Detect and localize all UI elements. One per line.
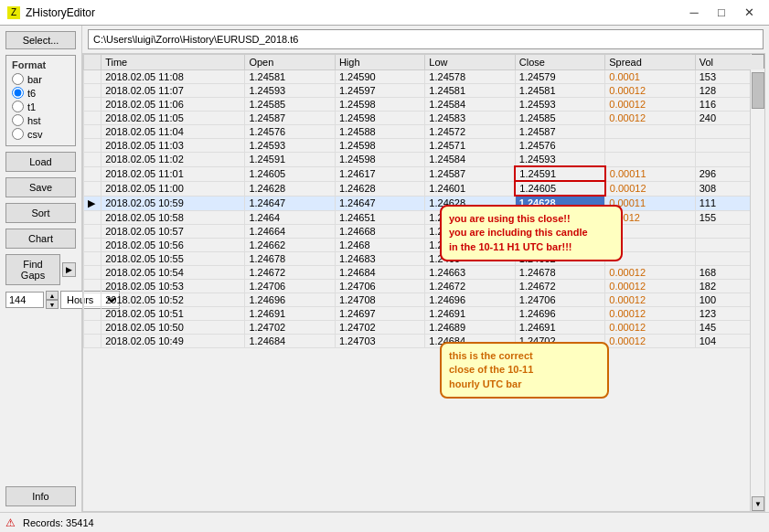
row-close-cell: 1.24678 xyxy=(515,265,604,279)
format-bar[interactable]: bar xyxy=(12,73,69,85)
table-row[interactable]: 2018.02.05 11:031.245931.245981.245711.2… xyxy=(84,139,764,153)
row-indicator-cell xyxy=(84,166,101,181)
col-indicator xyxy=(84,55,101,70)
hours-row: ▲ ▼ Minutes Hours Days xyxy=(5,291,76,309)
row-close-cell: 1.24672 xyxy=(515,279,604,293)
col-time-header: Time xyxy=(101,55,245,70)
save-button[interactable]: Save xyxy=(5,177,76,197)
table-row[interactable]: 2018.02.05 11:061.245851.245981.245841.2… xyxy=(84,98,764,112)
table-row[interactable]: 2018.02.05 10:511.246911.246971.246911.2… xyxy=(84,306,764,320)
row-low-cell: 1.24689 xyxy=(425,320,515,334)
table-row[interactable]: ▶2018.02.05 10:591.246471.246471.246281.… xyxy=(84,196,764,210)
row-open-cell: 1.24678 xyxy=(245,251,335,265)
row-spread-cell: 0.0001 xyxy=(605,70,695,84)
row-indicator-cell xyxy=(84,238,101,251)
scrollbar[interactable]: ▲ ▼ xyxy=(750,54,764,511)
table-row[interactable]: 2018.02.05 10:531.247061.247061.246721.2… xyxy=(84,279,764,293)
row-time-cell: 2018.02.05 11:05 xyxy=(101,112,245,125)
load-button[interactable]: Load xyxy=(5,152,76,172)
spin-down-button[interactable]: ▼ xyxy=(46,300,59,309)
chart-button[interactable]: Chart xyxy=(5,229,76,249)
format-t6[interactable]: t6 xyxy=(12,87,69,99)
format-csv-radio[interactable] xyxy=(12,128,24,140)
hours-input[interactable] xyxy=(5,292,44,308)
table-row[interactable]: 2018.02.05 10:491.246841.247031.246841.2… xyxy=(84,334,764,347)
table-container: Time Open High Low Close Spread Vol 2018… xyxy=(82,53,765,512)
row-high-cell: 1.24706 xyxy=(335,279,424,293)
col-high-header: High xyxy=(335,55,424,70)
spin-up-button[interactable]: ▲ xyxy=(46,291,59,300)
format-hst-label: hst xyxy=(27,115,41,126)
row-high-cell: 1.24684 xyxy=(335,265,424,279)
row-open-cell: 1.24647 xyxy=(245,196,335,210)
table-scroll[interactable]: Time Open High Low Close Spread Vol 2018… xyxy=(83,54,764,511)
format-t1[interactable]: t1 xyxy=(12,101,69,112)
title-bar: Z ZHistoryEditor ─ □ ✕ xyxy=(0,0,769,26)
col-spread-header: Spread xyxy=(605,55,695,70)
row-high-cell: 1.24590 xyxy=(335,70,424,84)
table-row[interactable]: 2018.02.05 11:011.246051.246171.245871.2… xyxy=(84,166,764,181)
table-row[interactable]: 2018.02.05 10:501.247021.247021.246891.2… xyxy=(84,320,764,334)
row-open-cell: 1.24605 xyxy=(245,166,335,181)
format-t6-radio[interactable] xyxy=(12,87,24,99)
select-button[interactable]: Select... xyxy=(5,31,76,49)
table-row[interactable]: 2018.02.05 11:001.246281.246281.246011.2… xyxy=(84,181,764,196)
row-high-cell: 1.24598 xyxy=(335,139,424,153)
row-time-cell: 2018.02.05 10:54 xyxy=(101,265,245,279)
row-spread-cell xyxy=(605,139,695,153)
row-spread-cell xyxy=(605,153,695,167)
minimize-button[interactable]: ─ xyxy=(681,3,707,23)
table-row[interactable]: 2018.02.05 10:551.246781.246831.24661.24… xyxy=(84,251,764,265)
table-row[interactable]: 2018.02.05 11:041.245761.245881.245721.2… xyxy=(84,125,764,139)
row-high-cell: 1.24617 xyxy=(335,166,424,181)
row-close-cell: 1.24593 xyxy=(515,153,604,167)
scroll-bottom-button[interactable]: ▼ xyxy=(752,496,764,511)
row-spread-cell: 0.00012 xyxy=(605,112,695,125)
title-bar-controls: ─ □ ✕ xyxy=(681,3,762,23)
format-hst-radio[interactable] xyxy=(12,114,24,126)
scroll-thumb[interactable] xyxy=(752,72,764,109)
row-high-cell: 1.24598 xyxy=(335,153,424,167)
row-spread-cell: 0.00011 xyxy=(605,166,695,181)
title-bar-title: ZHistoryEditor xyxy=(26,6,95,19)
table-row[interactable]: 2018.02.05 10:561.246621.24681.246611.24… xyxy=(84,238,764,251)
row-open-cell: 1.2464 xyxy=(245,210,335,224)
table-row[interactable]: 2018.02.05 10:571.246641.246681.246361.2… xyxy=(84,224,764,238)
path-bar xyxy=(82,26,769,53)
row-high-cell: 1.24597 xyxy=(335,84,424,98)
app-icon: Z xyxy=(7,6,20,19)
row-close-cell: 1.24585 xyxy=(515,112,604,125)
table-row[interactable]: 2018.02.05 11:021.245911.245981.245841.2… xyxy=(84,153,764,167)
row-close-cell: 1.24696 xyxy=(515,306,604,320)
tooltip-orange-text: this is the correctclose of the 10-11hou… xyxy=(449,350,533,389)
row-low-cell: 1.24578 xyxy=(425,70,515,84)
path-input[interactable] xyxy=(88,29,764,49)
maximize-button[interactable]: □ xyxy=(709,3,734,23)
row-spread-cell: 0.00012 xyxy=(605,84,695,98)
row-indicator-cell xyxy=(84,181,101,196)
row-time-cell: 2018.02.05 11:06 xyxy=(101,98,245,112)
format-csv-label: csv xyxy=(27,129,43,140)
find-gaps-button[interactable]: Find Gaps xyxy=(5,254,60,285)
table-row[interactable]: 2018.02.05 10:581.24641.246511.246351.24… xyxy=(84,210,764,224)
row-indicator-cell xyxy=(84,293,101,306)
row-spread-cell: 0.00012 xyxy=(605,306,695,320)
find-gaps-arrow[interactable]: ▶ xyxy=(62,262,76,277)
row-high-cell: 1.24647 xyxy=(335,196,424,210)
format-bar-radio[interactable] xyxy=(12,73,24,85)
table-row[interactable]: 2018.02.05 10:541.246721.246841.246631.2… xyxy=(84,265,764,279)
row-close-cell: 1.24691 xyxy=(515,320,604,334)
table-row[interactable]: 2018.02.05 11:071.245931.245971.245811.2… xyxy=(84,84,764,98)
table-row[interactable]: 2018.02.05 10:521.246961.247081.246961.2… xyxy=(84,293,764,306)
row-high-cell: 1.24588 xyxy=(335,125,424,139)
row-low-cell: 1.24691 xyxy=(425,306,515,320)
format-csv[interactable]: csv xyxy=(12,128,69,140)
format-t1-radio[interactable] xyxy=(12,101,24,112)
table-row[interactable]: 2018.02.05 11:051.245871.245981.245831.2… xyxy=(84,112,764,125)
info-button[interactable]: Info xyxy=(5,486,76,506)
format-hst[interactable]: hst xyxy=(12,114,69,126)
row-indicator-cell xyxy=(84,153,101,167)
close-button[interactable]: ✕ xyxy=(736,3,762,23)
table-row[interactable]: 2018.02.05 11:081.245811.245901.245781.2… xyxy=(84,70,764,84)
sort-button[interactable]: Sort xyxy=(5,203,76,223)
